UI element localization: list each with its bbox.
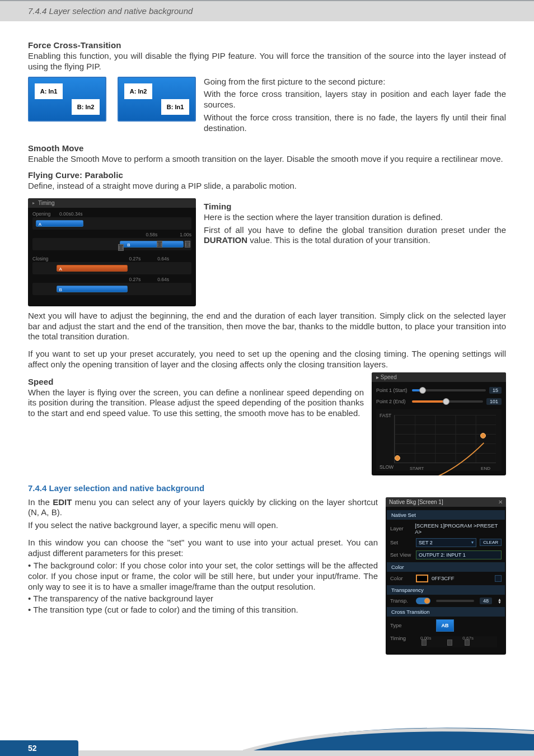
drag-handle-icon[interactable]: ⋮⋮ bbox=[157, 241, 162, 248]
np-timing-track[interactable]: 0.00s 0.67s bbox=[420, 636, 497, 647]
native-panel-body: Native Set Layer [SCREEN 1]PROGRAM >PRES… bbox=[386, 507, 506, 655]
timing-track-close-a[interactable]: A bbox=[32, 262, 191, 274]
slider-knob[interactable] bbox=[419, 387, 426, 394]
timing-panel[interactable]: Timing Opening 0.00s 0.34s A 0.58s bbox=[28, 198, 196, 306]
color-value: 0FF3CFF bbox=[432, 575, 455, 581]
axis-label-fast: FAST bbox=[380, 413, 391, 418]
native-p3: In this window you can choose the "set" … bbox=[28, 538, 378, 559]
timing-track-close-b[interactable]: B bbox=[32, 283, 191, 295]
color-picker-icon[interactable] bbox=[495, 575, 502, 582]
timing-panel-body: Opening 0.00s 0.34s A 0.58s 1.00s bbox=[28, 208, 196, 306]
np-section-cross: Cross Transition bbox=[387, 607, 505, 617]
native-p2: If you select the native background laye… bbox=[28, 520, 378, 531]
np-layer-value: [SCREEN 1]PROGRAM >PRESET A> bbox=[415, 522, 502, 535]
slider-value: 15 bbox=[489, 387, 502, 394]
timing-opening-row: Opening 0.00s 0.34s A 0.58s 1.00s bbox=[32, 211, 191, 250]
clear-button[interactable]: CLEAR bbox=[480, 539, 502, 546]
timing-row: Timing Opening 0.00s 0.34s A 0.58s bbox=[28, 198, 506, 306]
main-content: Force Cross-Transition Enabling this fun… bbox=[0, 21, 534, 660]
native-panel-titlebar[interactable]: Native Bkg [Screen 1] ✕ bbox=[386, 497, 506, 507]
np-layer-row: Layer [SCREEN 1]PROGRAM >PRESET A> bbox=[386, 521, 506, 536]
transp-toggle[interactable] bbox=[416, 598, 430, 604]
set-select[interactable]: SET 2▾ bbox=[416, 538, 476, 547]
drag-handle-icon[interactable] bbox=[447, 640, 452, 646]
flying-curve-p: Define, instead of a straight move durin… bbox=[28, 181, 506, 192]
speed-slider-end: Point 2 (End) 101 bbox=[376, 398, 502, 405]
drag-handle-icon[interactable]: ⋮⋮ bbox=[118, 244, 124, 251]
force-cross-row: A: In1 B: In2 A: In2 B: In1 Going from t… bbox=[28, 77, 506, 136]
slider-label: Point 2 (End) bbox=[376, 399, 409, 404]
speed-row: Speed When the layer is flying over the … bbox=[28, 372, 506, 475]
np-setview-row: Set View OUTPUT 2: INPUT 1 bbox=[386, 549, 506, 561]
timing-heading: Timing bbox=[204, 202, 506, 211]
pip-a-label: A: In1 bbox=[35, 83, 63, 99]
color-swatch[interactable] bbox=[416, 575, 428, 582]
diagram-before: A: In1 B: In2 bbox=[28, 77, 106, 122]
time-marker: 0.58s bbox=[146, 232, 157, 237]
timing-track-b[interactable]: ⋮⋮ B ⋮⋮ ⋮⋮ bbox=[32, 238, 191, 250]
native-p1: In the EDIT menu you can select any of y… bbox=[28, 497, 378, 519]
np-section-transparency: Transparency bbox=[387, 585, 505, 595]
slider-knob[interactable] bbox=[443, 398, 449, 405]
diagram-after: A: In2 B: In1 bbox=[118, 77, 196, 122]
page-number: 52 bbox=[0, 740, 78, 756]
speed-panel[interactable]: ▸ Speed Point 1 (Start) 15 Point 2 (End)… bbox=[372, 372, 506, 475]
np-transp-row: Transp. 48 ▲▼ bbox=[386, 596, 506, 606]
np-timing-row: Timing 0.00s 0.67s bbox=[386, 633, 506, 651]
row-label: Closing bbox=[32, 256, 59, 262]
timing-bar-close-b[interactable]: B bbox=[57, 286, 128, 292]
native-bullet-2: • The transparency of the native backgro… bbox=[28, 594, 378, 604]
drag-handle-icon[interactable] bbox=[465, 640, 470, 646]
timing-p1: Here is the section where the layer tran… bbox=[204, 212, 506, 223]
curve-point-start[interactable] bbox=[395, 455, 400, 461]
axis-label-slow: SLOW bbox=[380, 464, 394, 470]
timing-bar-a[interactable]: A bbox=[36, 220, 83, 227]
time-marker: 0.34s bbox=[71, 211, 83, 217]
native-text: In the EDIT menu you can select any of y… bbox=[28, 497, 378, 617]
footer-decoration bbox=[243, 726, 534, 752]
speed-p: When the layer is flying over the screen… bbox=[28, 388, 364, 419]
slider-label: Point 1 (Start) bbox=[376, 388, 409, 393]
speed-slider-start: Point 1 (Start) 15 bbox=[376, 387, 502, 394]
timing-panel-header[interactable]: Timing bbox=[28, 198, 196, 208]
drag-handle-icon[interactable]: ⋮⋮ bbox=[185, 241, 190, 248]
slider-track[interactable] bbox=[412, 389, 486, 391]
time-marker: 0.64s bbox=[157, 256, 169, 262]
curve-point-end[interactable] bbox=[480, 433, 486, 438]
speed-curve-graph: FAST SLOW START END bbox=[376, 409, 502, 471]
header-breadcrumb: 7.4.4 Layer selection and native backgro… bbox=[0, 0, 534, 21]
np-type-row: Type AB bbox=[386, 618, 506, 633]
timing-closing-row: Closing 0.27s 0.64s A 0.27s 0.6 bbox=[32, 256, 191, 295]
force-cross-p1: Enabling this function, you will disable… bbox=[28, 51, 506, 72]
native-bullet-3: • The transition type (cut or fade to co… bbox=[28, 605, 378, 615]
native-bkg-panel[interactable]: Native Bkg [Screen 1] ✕ Native Set Layer… bbox=[386, 497, 506, 655]
drag-handle-icon[interactable] bbox=[421, 640, 427, 646]
speed-text: Speed When the layer is flying over the … bbox=[28, 372, 364, 421]
np-color-row: Color 0FF3CFF bbox=[386, 573, 506, 584]
fct-side-2: With the force cross transition, layers … bbox=[204, 89, 506, 110]
fct-side-1: Going from the first picture to the seco… bbox=[204, 77, 506, 87]
transition-type-button[interactable]: AB bbox=[436, 619, 454, 632]
close-icon[interactable]: ✕ bbox=[498, 499, 503, 505]
native-row: In the EDIT menu you can select any of y… bbox=[28, 497, 506, 655]
section-744-heading: 7.4.4 Layer selection and native backgro… bbox=[28, 483, 506, 493]
timing-track-a[interactable]: A bbox=[32, 217, 191, 230]
force-cross-diagrams: A: In1 B: In2 A: In2 B: In1 bbox=[28, 77, 196, 122]
time-marker: 0.64s bbox=[157, 277, 169, 282]
speed-title: Speed bbox=[28, 377, 364, 386]
np-section-native-set: Native Set bbox=[387, 510, 505, 520]
page: { "header": { "breadcrumb": "7.4.4 Layer… bbox=[0, 0, 534, 756]
speed-panel-header[interactable]: ▸ Speed bbox=[372, 372, 506, 382]
page-footer: 52 bbox=[0, 736, 534, 756]
timing-bar-b[interactable]: ⋮⋮ B bbox=[120, 241, 184, 248]
slider-track[interactable] bbox=[412, 400, 483, 403]
transp-slider[interactable] bbox=[436, 600, 474, 602]
timing-bar-close-a[interactable]: A bbox=[57, 265, 128, 272]
timing-para-2: If you want to set up your preset accura… bbox=[28, 349, 506, 370]
native-bullet-1: • The background color: If you chose col… bbox=[28, 561, 378, 592]
time-marker: 0.27s bbox=[129, 256, 140, 262]
setview-select[interactable]: OUTPUT 2: INPUT 1 bbox=[416, 550, 502, 559]
slider-value: 101 bbox=[486, 398, 502, 405]
stepper-icon[interactable]: ▲▼ bbox=[498, 598, 502, 604]
breadcrumb-text: 7.4.4 Layer selection and native backgro… bbox=[28, 6, 193, 17]
